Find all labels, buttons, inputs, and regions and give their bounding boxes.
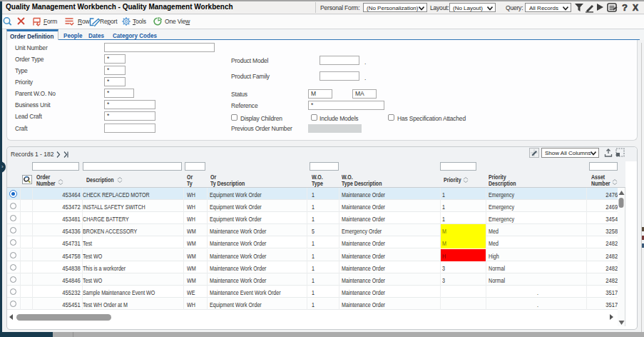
- svg-text:X: X: [633, 3, 638, 13]
- svg-text:?: ?: [622, 3, 628, 13]
